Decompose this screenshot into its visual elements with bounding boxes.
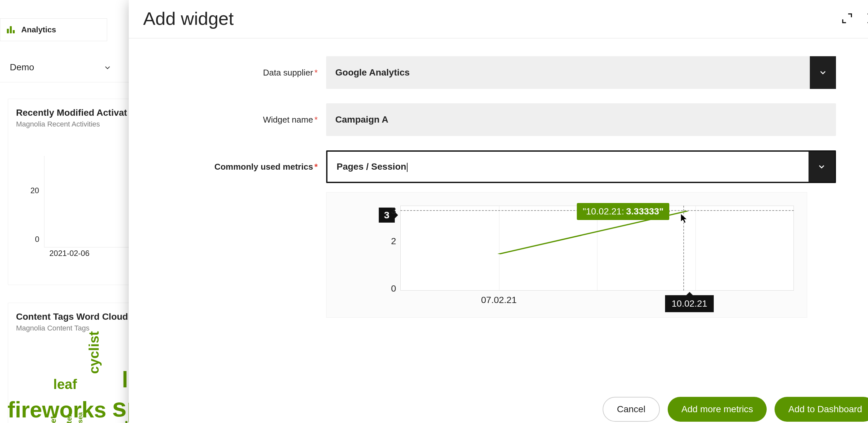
dialog-title: Add widget bbox=[143, 8, 234, 29]
y-tick-label: 20 bbox=[30, 186, 39, 195]
wc-word: leaf bbox=[53, 377, 77, 391]
add-widget-dialog: Add widget Data supplier* Google Analyti… bbox=[129, 0, 868, 423]
row-metric: Commonly used metrics* Pages / Session bbox=[187, 150, 836, 183]
app-tab-label: Analytics bbox=[21, 25, 56, 34]
y-tick-label: 0 bbox=[35, 235, 39, 244]
label-data-supplier: Data supplier* bbox=[187, 68, 326, 78]
row-widget-name: Widget name* Campaign A bbox=[187, 103, 836, 136]
field-value: Pages / Session bbox=[337, 161, 407, 172]
add-more-metrics-button[interactable]: Add more metrics bbox=[668, 397, 767, 422]
wc-word: water bbox=[66, 414, 73, 423]
cancel-button[interactable]: Cancel bbox=[602, 397, 660, 422]
metric-select[interactable]: Pages / Session bbox=[326, 150, 836, 183]
data-supplier-select[interactable]: Google Analytics bbox=[326, 56, 836, 89]
wc-word: sea bbox=[77, 412, 83, 423]
y-tick-label: 2 bbox=[391, 236, 396, 246]
label-text: Widget name bbox=[263, 115, 313, 125]
required-marker: * bbox=[314, 115, 318, 125]
field-value: Google Analytics bbox=[335, 67, 410, 78]
dialog-footer: Cancel Add more metrics Add to Dashboard bbox=[602, 397, 868, 422]
label-text: Data supplier bbox=[263, 68, 313, 78]
label-widget-name: Widget name* bbox=[187, 115, 326, 125]
chart-preview: 3 3 2 0 07.02.21 bbox=[326, 192, 807, 318]
wc-word: gravel bbox=[86, 419, 128, 423]
analytics-icon bbox=[7, 26, 17, 33]
dialog-body: Data supplier* Google Analytics Widget n… bbox=[129, 38, 868, 423]
label-metric: Commonly used metrics* bbox=[187, 162, 326, 172]
chart-tooltip: "10.02.21: 3.33333" bbox=[577, 203, 669, 220]
dashboard-selector[interactable]: Demo bbox=[10, 62, 34, 72]
field-value: Campaign A bbox=[335, 114, 388, 125]
required-marker: * bbox=[314, 162, 318, 172]
mouse-cursor-icon bbox=[681, 214, 687, 222]
chevron-down-icon[interactable] bbox=[808, 152, 835, 182]
wc-word: sunset bbox=[49, 416, 57, 423]
wc-word: cyclist bbox=[87, 331, 101, 374]
app-tab-analytics[interactable]: Analytics bbox=[0, 18, 107, 41]
expand-icon[interactable] bbox=[841, 12, 854, 25]
chevron-down-icon[interactable] bbox=[810, 56, 836, 89]
x-cursor-label: 10.02.21 bbox=[665, 295, 714, 312]
tooltip-date: "10.02.21: bbox=[583, 206, 624, 217]
widget-name-input[interactable]: Campaign A bbox=[326, 103, 836, 136]
tooltip-value: 3.33333" bbox=[626, 206, 664, 217]
row-data-supplier: Data supplier* Google Analytics bbox=[187, 56, 836, 89]
chevron-down-icon[interactable] bbox=[103, 63, 112, 72]
close-icon[interactable] bbox=[865, 11, 868, 26]
dialog-header: Add widget bbox=[129, 0, 868, 38]
x-tick-label: 2021-02-06 bbox=[49, 249, 90, 258]
required-marker: * bbox=[314, 68, 318, 78]
add-to-dashboard-button[interactable]: Add to Dashboard bbox=[775, 397, 868, 422]
y-tick-label: 3 bbox=[391, 206, 396, 216]
x-tick-label: 07.02.21 bbox=[481, 295, 517, 305]
label-text: Commonly used metrics bbox=[214, 162, 313, 172]
y-tick-label: 0 bbox=[391, 283, 396, 294]
